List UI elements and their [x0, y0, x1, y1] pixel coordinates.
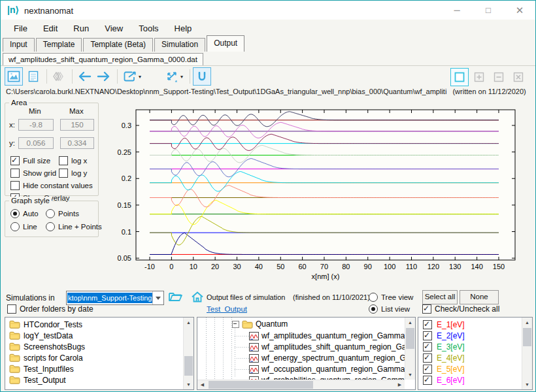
check-uncheck-all-box[interactable]: [422, 304, 431, 314]
scroll-up-arrow[interactable]: ▲: [522, 318, 532, 327]
radio-circle-line[interactable]: [10, 222, 20, 231]
simulation-link[interactable]: Test_Output: [207, 305, 247, 313]
tab-input[interactable]: Input: [3, 38, 35, 52]
y-min-field[interactable]: 0.056: [18, 137, 54, 149]
tab-template-beta[interactable]: Template (Beta): [83, 38, 153, 52]
checkbox-box-hide-constant-values[interactable]: [10, 181, 20, 190]
snap-magnet-button[interactable]: [193, 67, 211, 86]
checkbox-box-show-grid[interactable]: [10, 169, 20, 178]
legend-checkbox-e-2-ev[interactable]: [423, 331, 432, 340]
tree-view-radio-circle[interactable]: [369, 293, 378, 302]
zoom-fit-button[interactable]: ▾: [162, 67, 186, 86]
checkbox-show-grid[interactable]: Show grid: [10, 169, 56, 178]
scroll-down-arrow[interactable]: ▼: [405, 370, 415, 380]
menu-item-edit[interactable]: Edit: [35, 21, 65, 36]
scroll-up-arrow[interactable]: ▲: [405, 318, 415, 327]
order-folders-checkbox-box[interactable]: [7, 304, 16, 314]
export-dropdown-caret[interactable]: ▾: [139, 74, 141, 80]
radio-auto[interactable]: Auto: [10, 209, 39, 218]
list-view-radio-circle[interactable]: [369, 304, 378, 314]
radio-line-points[interactable]: Line + Points: [46, 222, 102, 231]
browse-folder-button[interactable]: [167, 289, 184, 304]
menu-item-tools[interactable]: Tools: [131, 21, 166, 36]
checkbox-box-log-x[interactable]: [59, 156, 68, 165]
list-view-radio[interactable]: List view: [369, 304, 410, 314]
legend-item-e-3-ev[interactable]: E_3[eV]: [418, 341, 522, 352]
legend-checkbox-e-6-ev[interactable]: [423, 376, 432, 385]
tree-view-radio[interactable]: Tree view: [369, 293, 413, 302]
tree-file-wf-energy-spectrum-quantum-region-gamm[interactable]: wf_energy_spectrum_quantum_region_Gamm: [249, 353, 405, 363]
menu-item-run[interactable]: Run: [65, 21, 97, 36]
scrollbar-thumb[interactable]: [406, 328, 414, 349]
checkbox-log-y[interactable]: log y: [59, 169, 87, 178]
checkbox-hide-constant-values[interactable]: Hide constant values: [10, 181, 93, 190]
scrollbar-thumb[interactable]: [184, 356, 193, 376]
checkbox-box-log-y[interactable]: [59, 169, 68, 178]
folder-item-screenshotsbugs[interactable]: ScreenshotsBugs: [5, 341, 183, 352]
folder-item-test-output[interactable]: Test_Output: [5, 374, 183, 385]
tree-node-quantum[interactable]: Quantum: [232, 319, 288, 329]
legend-checkbox-e-4-ev[interactable]: [423, 353, 432, 363]
combobox-dropdown-arrow[interactable]: [152, 291, 163, 304]
next-file-button[interactable]: [95, 67, 113, 86]
tab-template[interactable]: Template: [36, 38, 82, 52]
scrollbar-thumb[interactable]: [523, 328, 531, 346]
folder-item-logy-testdata[interactable]: logY_testData: [5, 330, 183, 341]
radio-line[interactable]: Line: [10, 222, 37, 231]
tree-vertical-scrollbar[interactable]: ▲ ▼: [405, 318, 415, 380]
folder-item-scripts-for-carola[interactable]: scripts for Carola: [5, 352, 183, 363]
menu-item-file[interactable]: File: [6, 21, 35, 36]
minimize-button[interactable]: ─: [446, 3, 467, 18]
radio-circle-points[interactable]: [46, 209, 55, 218]
menu-item-view[interactable]: View: [97, 21, 131, 36]
scroll-down-arrow[interactable]: ▼: [184, 380, 193, 389]
zoom-dropdown-caret[interactable]: ▾: [180, 74, 183, 80]
folder-item-test-inputfiles[interactable]: Test_Inputfiles: [5, 363, 183, 374]
radio-circle-line-points[interactable]: [46, 222, 55, 231]
plot-canvas[interactable]: -100102030405060708090100110120130140150…: [99, 103, 534, 288]
order-folders-checkbox[interactable]: Order folders by date: [7, 304, 93, 314]
tab-simulation[interactable]: Simulation: [154, 38, 205, 52]
scroll-down-arrow[interactable]: ▼: [522, 380, 532, 389]
legend-checkbox-e-1-ev[interactable]: [423, 320, 432, 329]
scroll-up-arrow[interactable]: ▲: [184, 318, 193, 327]
previous-file-button[interactable]: [75, 67, 93, 86]
legend-vertical-scrollbar[interactable]: ▲ ▼: [522, 318, 532, 389]
legend-item-e-4-ev[interactable]: E_4[eV]: [418, 352, 522, 363]
document-tab[interactable]: wf_amplitudes_shift_quantum_region_Gamma…: [3, 53, 203, 65]
tree-file-wf-probabilities-quantum-region-gamma-0[interactable]: wf_probabilities_quantum_region_Gamma_0: [249, 375, 405, 380]
tree-file-wf-occupation-quantum-region-gamma-dat[interactable]: wf_occupation_quantum_region_Gamma.dat: [249, 364, 405, 374]
tree-file-wf-amplitudes-shift-quantum-region-gamma[interactable]: wf_amplitudes_shift_quantum_region_Gamma: [249, 342, 405, 352]
overlay-new-button[interactable]: [450, 68, 469, 86]
legend-item-e-6-ev[interactable]: E_6[eV]: [418, 374, 522, 385]
x-max-field[interactable]: 150: [60, 119, 94, 131]
checkbox-box-full-size[interactable]: [10, 156, 20, 165]
graph-view-button[interactable]: [5, 67, 23, 86]
radio-points[interactable]: Points: [46, 209, 79, 218]
none-button[interactable]: None: [460, 290, 499, 304]
export-button[interactable]: ▾: [120, 67, 144, 86]
overlay-add-button[interactable]: [470, 68, 488, 86]
radio-circle-auto[interactable]: [10, 209, 20, 218]
legend-item-e-2-ev[interactable]: E_2[eV]: [418, 330, 522, 341]
close-button[interactable]: ✕: [509, 3, 530, 18]
overlay-clear-button[interactable]: [509, 68, 528, 86]
home-folder-button[interactable]: [189, 289, 206, 304]
y-max-field[interactable]: 0.334: [60, 137, 94, 149]
folders-vertical-scrollbar[interactable]: ▲ ▼: [183, 318, 193, 389]
checkbox-full-size[interactable]: Full size: [10, 156, 50, 165]
tree-horizontal-scrollbar[interactable]: ◀ ▶: [197, 380, 405, 389]
x-min-field[interactable]: -9.8: [18, 119, 54, 131]
scroll-right-arrow[interactable]: ▶: [395, 380, 405, 389]
check-uncheck-all-checkbox[interactable]: Check/Uncheck all: [422, 304, 499, 314]
scroll-left-arrow[interactable]: ◀: [197, 380, 207, 389]
legend-item-e-1-ev[interactable]: E_1[eV]: [418, 319, 522, 330]
scrollbar-thumb[interactable]: [209, 381, 313, 389]
overlay-remove-button[interactable]: [490, 68, 508, 86]
legend-item-e-5-ev[interactable]: E_5[eV]: [418, 363, 522, 374]
tab-output[interactable]: Output: [207, 35, 244, 52]
checkbox-log-x[interactable]: log x: [59, 156, 87, 165]
text-view-button[interactable]: [24, 67, 42, 86]
select-all-button[interactable]: Select all: [422, 290, 458, 304]
legend-checkbox-e-3-ev[interactable]: [423, 342, 432, 351]
